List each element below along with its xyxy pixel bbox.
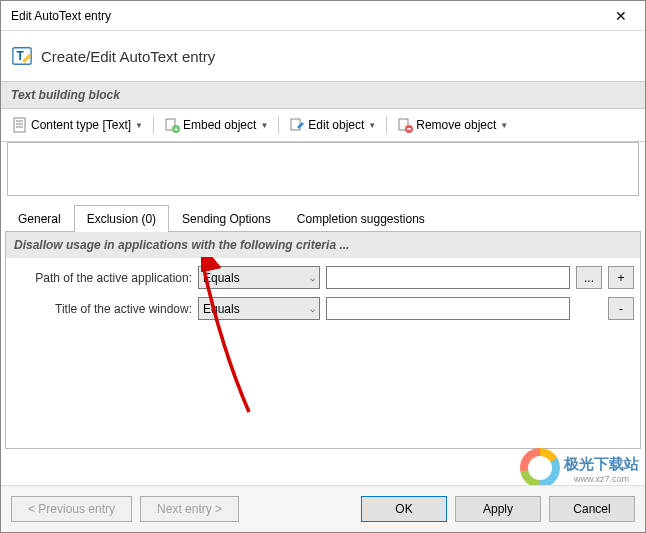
- embed-label: Embed object: [183, 118, 256, 132]
- close-icon: ✕: [615, 8, 627, 24]
- watermark-url: www.xz7.com: [564, 474, 639, 484]
- chevron-down-icon: ▼: [260, 121, 268, 130]
- value-input-title[interactable]: [326, 297, 570, 320]
- criteria-rows: Path of the active application: Equals ⌵…: [6, 258, 640, 336]
- edit-object-button[interactable]: Edit object ▼: [284, 113, 381, 137]
- row-label-path: Path of the active application:: [12, 271, 192, 285]
- cancel-button[interactable]: Cancel: [549, 496, 635, 522]
- chevron-down-icon: ⌵: [310, 304, 315, 314]
- tab-general[interactable]: General: [5, 205, 74, 232]
- dialog-footer: < Previous entry Next entry > OK Apply C…: [1, 485, 645, 532]
- operator-select-path[interactable]: Equals ⌵: [198, 266, 320, 289]
- chevron-down-icon: ▼: [368, 121, 376, 130]
- content-area[interactable]: [7, 142, 639, 196]
- dialog-title: Create/Edit AutoText entry: [41, 48, 215, 65]
- section-block-label: Text building block: [1, 81, 645, 109]
- watermark: 极光下载站 www.xz7.com: [520, 448, 639, 490]
- ok-button[interactable]: OK: [361, 496, 447, 522]
- watermark-title: 极光下载站: [564, 455, 639, 474]
- browse-button[interactable]: ...: [576, 266, 602, 289]
- operator-select-title[interactable]: Equals ⌵: [198, 297, 320, 320]
- content-type-label: Content type [Text]: [31, 118, 131, 132]
- separator: [153, 116, 154, 134]
- content-type-button[interactable]: Content type [Text] ▼: [7, 113, 148, 137]
- separator: [278, 116, 279, 134]
- add-row-button[interactable]: +: [608, 266, 634, 289]
- titlebar: Edit AutoText entry ✕: [1, 1, 645, 31]
- chevron-down-icon: ▼: [500, 121, 508, 130]
- row-label-title: Title of the active window:: [12, 302, 192, 316]
- embed-object-button[interactable]: + Embed object ▼: [159, 113, 273, 137]
- next-entry-button: Next entry >: [140, 496, 239, 522]
- remove-icon: [397, 117, 413, 133]
- tab-sending-options[interactable]: Sending Options: [169, 205, 284, 232]
- dialog-window: Edit AutoText entry ✕ T Create/Edit Auto…: [0, 0, 646, 533]
- edit-label: Edit object: [308, 118, 364, 132]
- value-input-path[interactable]: [326, 266, 570, 289]
- criteria-row: Path of the active application: Equals ⌵…: [12, 266, 634, 289]
- svg-rect-12: [407, 128, 411, 130]
- autotext-icon: T: [11, 45, 33, 67]
- dialog-header: T Create/Edit AutoText entry: [1, 31, 645, 81]
- tab-strip: General Exclusion (0) Sending Options Co…: [1, 204, 645, 231]
- criteria-label: Disallow usage in applications with the …: [6, 232, 640, 258]
- svg-rect-2: [14, 118, 25, 132]
- chevron-down-icon: ▼: [135, 121, 143, 130]
- document-icon: [12, 117, 28, 133]
- tab-completion-suggestions[interactable]: Completion suggestions: [284, 205, 438, 232]
- watermark-logo-icon: [520, 448, 560, 488]
- embed-icon: +: [164, 117, 180, 133]
- remove-object-button[interactable]: Remove object ▼: [392, 113, 513, 137]
- separator: [386, 116, 387, 134]
- remove-row-button[interactable]: -: [608, 297, 634, 320]
- tab-exclusion[interactable]: Exclusion (0): [74, 205, 169, 232]
- edit-icon: [289, 117, 305, 133]
- apply-button[interactable]: Apply: [455, 496, 541, 522]
- chevron-down-icon: ⌵: [310, 273, 315, 283]
- tab-panel-exclusion: Disallow usage in applications with the …: [5, 231, 641, 449]
- prev-entry-button: < Previous entry: [11, 496, 132, 522]
- remove-label: Remove object: [416, 118, 496, 132]
- close-button[interactable]: ✕: [601, 2, 641, 30]
- svg-text:+: +: [174, 126, 178, 133]
- toolbar: Content type [Text] ▼ + Embed object ▼ E…: [1, 109, 645, 142]
- criteria-row: Title of the active window: Equals ⌵ -: [12, 297, 634, 320]
- window-title: Edit AutoText entry: [11, 9, 601, 23]
